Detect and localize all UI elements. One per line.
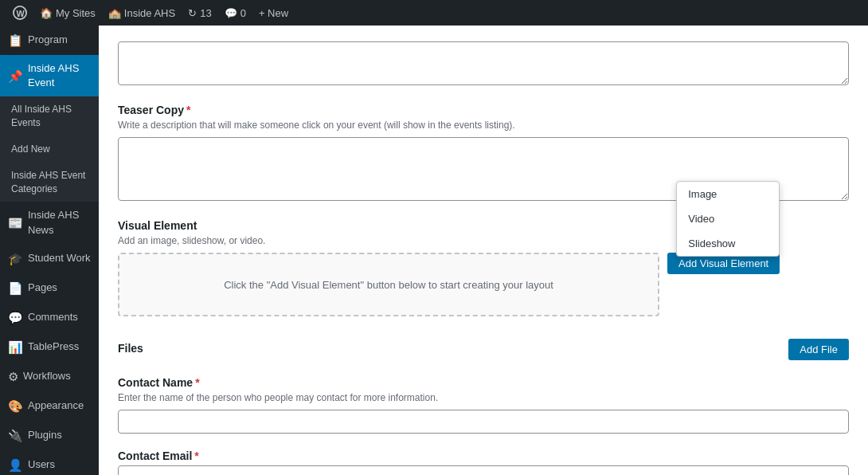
- new-label: + New: [259, 7, 288, 19]
- files-group: Files Add File: [118, 339, 849, 360]
- my-sites-menu[interactable]: 🏠 My Sites: [33, 0, 102, 26]
- sidebar-item-label: TablePress: [28, 340, 79, 354]
- sidebar-item-label: Workflows: [23, 369, 71, 383]
- sidebar-item-program[interactable]: 📋 Program: [0, 26, 99, 55]
- contact-email-input[interactable]: [118, 465, 849, 475]
- sidebar-item-label: Inside AHS News: [28, 208, 91, 237]
- visual-element-dropdown: Image Video Slideshow: [676, 181, 780, 257]
- sidebar-item-student-work[interactable]: 🎓 Student Work: [0, 244, 99, 273]
- comments-sidebar-icon: 💬: [8, 309, 23, 326]
- files-label: Files: [118, 342, 143, 355]
- users-icon: 👤: [8, 457, 23, 473]
- sidebar-item-label: Users: [28, 457, 55, 472]
- teaser-copy-desc: Write a description that will make someo…: [118, 120, 849, 131]
- inside-ahs-news-icon: 📰: [8, 214, 23, 231]
- sidebar-categories[interactable]: Inside AHS Event Categories: [0, 163, 99, 202]
- all-events-label: All Inside AHS Events: [11, 103, 91, 130]
- tablepress-icon: 📊: [8, 339, 23, 355]
- comments-icon: 💬: [225, 7, 237, 19]
- sidebar-item-comments[interactable]: 💬 Comments: [0, 303, 99, 332]
- inside-ahs-event-submenu: All Inside AHS Events Add New Inside AHS…: [0, 96, 99, 202]
- site-name-icon: 🏫: [108, 7, 121, 19]
- contact-name-input[interactable]: [118, 410, 849, 434]
- visual-element-row: Click the "Add Visual Element" button be…: [118, 253, 849, 323]
- sidebar-item-label: Inside AHS Event: [28, 61, 91, 90]
- visual-element-group: Visual Element Add an image, slideshow, …: [118, 219, 849, 323]
- contact-name-group: Contact Name * Enter the name of the per…: [118, 376, 849, 434]
- pages-icon: 📄: [8, 280, 23, 296]
- sidebar-item-label: Student Work: [28, 251, 91, 265]
- sidebar-item-label: Comments: [28, 310, 78, 324]
- sidebar-item-appearance[interactable]: 🎨 Appearance: [0, 391, 99, 421]
- sidebar-item-label: Plugins: [28, 428, 62, 442]
- comments-item[interactable]: 💬 0: [218, 0, 252, 26]
- sidebar-all-events[interactable]: All Inside AHS Events: [0, 96, 99, 136]
- sidebar-item-workflows[interactable]: ⚙ Workflows: [0, 362, 99, 391]
- visual-element-actions: Image Video Slideshow Add Visual Element: [667, 253, 780, 274]
- new-item[interactable]: + New: [252, 0, 295, 26]
- student-work-icon: 🎓: [8, 250, 23, 267]
- visual-element-placeholder: Click the "Add Visual Element" button be…: [224, 279, 553, 291]
- main-layout: 📋 Program 📌 Inside AHS Event All Inside …: [0, 26, 868, 475]
- sidebar-item-inside-ahs-event[interactable]: 📌 Inside AHS Event: [0, 55, 99, 96]
- add-new-label: Add New: [11, 143, 50, 156]
- wp-logo[interactable]: W: [6, 0, 33, 26]
- my-sites-label: My Sites: [56, 7, 96, 19]
- sidebar-item-users[interactable]: 👤 Users: [0, 450, 99, 475]
- comments-count: 0: [240, 7, 246, 19]
- content-inner: Teaser Copy * Write a description that w…: [99, 26, 868, 475]
- contact-email-required: *: [194, 449, 198, 462]
- inside-ahs-event-icon: 📌: [8, 68, 23, 84]
- sidebar-item-label: Pages: [28, 281, 57, 295]
- dropdown-video[interactable]: Video: [677, 206, 779, 231]
- teaser-required: *: [186, 104, 190, 116]
- svg-text:W: W: [17, 9, 25, 18]
- files-row: Files Add File: [118, 339, 849, 360]
- sidebar-item-pages[interactable]: 📄 Pages: [0, 273, 99, 303]
- sidebar-item-label: Appearance: [28, 398, 84, 413]
- content-area: Teaser Copy * Write a description that w…: [99, 26, 868, 475]
- top-textarea[interactable]: [118, 41, 849, 85]
- site-name-item[interactable]: 🏫 Inside AHS: [102, 0, 182, 26]
- dropdown-image[interactable]: Image: [677, 182, 779, 206]
- sidebar-item-inside-ahs-news[interactable]: 📰 Inside AHS News: [0, 202, 99, 243]
- contact-email-label: Contact Email *: [118, 449, 849, 462]
- site-name-label: Inside AHS: [124, 7, 175, 19]
- dropdown-slideshow[interactable]: Slideshow: [677, 231, 779, 256]
- sidebar-item-plugins[interactable]: 🔌 Plugins: [0, 421, 99, 450]
- categories-label: Inside AHS Event Categories: [11, 169, 91, 196]
- my-sites-icon: 🏠: [40, 7, 53, 19]
- workflows-icon: ⚙: [8, 368, 18, 385]
- sidebar-add-new[interactable]: Add New: [0, 136, 99, 163]
- sidebar-item-tablepress[interactable]: 📊 TablePress: [0, 332, 99, 362]
- contact-name-label: Contact Name *: [118, 376, 849, 389]
- sidebar: 📋 Program 📌 Inside AHS Event All Inside …: [0, 26, 99, 475]
- teaser-copy-label: Teaser Copy *: [118, 104, 849, 116]
- updates-count: 13: [200, 7, 211, 19]
- visual-element-box: Click the "Add Visual Element" button be…: [118, 253, 659, 316]
- program-icon: 📋: [8, 32, 23, 49]
- contact-name-desc: Enter the name of the person who people …: [118, 392, 849, 403]
- sidebar-item-label: Program: [28, 33, 68, 47]
- add-file-button[interactable]: Add File: [788, 339, 849, 360]
- contact-name-required: *: [195, 376, 199, 389]
- updates-item[interactable]: ↻ 13: [182, 0, 217, 26]
- contact-email-group: Contact Email *: [118, 449, 849, 475]
- admin-bar: W 🏠 My Sites 🏫 Inside AHS ↻ 13 💬 0 + New: [0, 0, 868, 26]
- appearance-icon: 🎨: [8, 398, 23, 414]
- plugins-icon: 🔌: [8, 427, 23, 444]
- updates-icon: ↻: [188, 7, 197, 19]
- top-textarea-group: [118, 41, 849, 88]
